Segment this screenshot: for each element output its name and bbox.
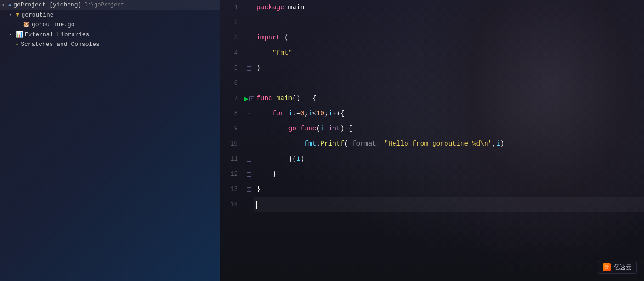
sidebar-tree: ▾ ◈ goProject [yicheng] D:\goProject ▾ ▼…	[0, 0, 220, 49]
code-line-9: go func(i int) {	[254, 121, 644, 136]
code-line-10: fmt.Printf( format: "Hello from goroutin…	[254, 136, 644, 152]
ln-5: 5	[224, 61, 238, 76]
fold-line-4	[249, 45, 249, 61]
ln-8: 8	[224, 106, 238, 121]
editor-gutter: - - ▶ - - -	[243, 0, 254, 281]
project-path: D:\goProject	[84, 2, 124, 8]
ln-11: 11	[224, 152, 238, 167]
fmt-10: fmt	[304, 136, 316, 152]
fold-line-10	[249, 136, 249, 152]
var-i-8: i	[288, 106, 293, 121]
scratches-icon: ✏	[16, 41, 19, 48]
sidebar-item-project[interactable]: ▾ ◈ goProject [yicheng] D:\goProject	[0, 0, 220, 10]
space-10	[380, 136, 384, 152]
sidebar-item-scratches[interactable]: ✏ Scratches and Consoles	[0, 39, 220, 49]
go-file-icon: 🐹	[23, 21, 30, 28]
sidebar-item-goroutine-file[interactable]: 🐹 goroutine.go	[0, 20, 220, 29]
ln-6: 6	[224, 76, 238, 91]
code-line-14[interactable]	[254, 197, 644, 212]
code-line-13: }	[254, 182, 644, 197]
printf-10: Printf	[320, 136, 344, 152]
space-8	[284, 106, 288, 121]
gutter-10	[243, 136, 254, 152]
ln-14: 14	[224, 197, 238, 212]
fmt-string: "fmt"	[272, 45, 293, 61]
gutter-9[interactable]: -	[243, 121, 254, 136]
scratches-label: Scratches and Consoles	[21, 41, 100, 48]
ln-13: 13	[224, 182, 238, 197]
folder-icon: ▼	[16, 11, 19, 18]
code-line-8: for i:=0;i<10;i++{	[254, 106, 644, 121]
assign-8: :=	[292, 106, 300, 121]
code-line-7: func main() {	[254, 91, 644, 106]
semi-1: ;	[304, 106, 308, 121]
var-i-cond: i	[308, 106, 312, 121]
indent-11	[256, 152, 288, 167]
ext-lib-icon: 📊	[16, 31, 23, 38]
gutter-4	[243, 45, 254, 61]
fold-line-9	[249, 121, 249, 136]
code-editor[interactable]: 1 2 3 4 5 6 7 8 9 10 11 12 13 14 -	[220, 0, 644, 281]
gutter-12[interactable]: -	[243, 167, 254, 182]
gutter-3[interactable]: -	[243, 30, 254, 45]
gutter-8[interactable]: -	[243, 106, 254, 121]
fold-main[interactable]: -	[249, 96, 254, 101]
goroutine-folder-arrow: ▾	[9, 12, 16, 17]
func9-close: ) {	[340, 121, 352, 136]
code-line-6	[254, 76, 644, 91]
format-string: "Hello from goroutine %d\n"	[384, 136, 492, 152]
code-line-5: )	[254, 61, 644, 76]
code-content[interactable]: package main import ( "fmt" ) func main(…	[254, 0, 644, 281]
func9-open: (	[316, 121, 321, 136]
gutter-7[interactable]: ▶ -	[243, 91, 254, 106]
logo-text: 亿速云	[614, 263, 632, 271]
space-9	[296, 121, 300, 136]
fold-import-close[interactable]: -	[247, 66, 251, 71]
fold-line-12	[249, 174, 249, 182]
run-button[interactable]: ▶	[244, 94, 249, 103]
sidebar-item-goroutine-folder[interactable]: ▾ ▼ goroutine	[0, 10, 220, 20]
code-line-1: package main	[254, 0, 644, 15]
ln-7: 7	[224, 91, 238, 106]
num-0: 0	[300, 106, 305, 121]
param-i: i	[320, 121, 324, 136]
line-numbers: 1 2 3 4 5 6 7 8 9 10 11 12 13 14	[220, 0, 243, 281]
close-func-11: }(	[288, 152, 296, 167]
fold-line-11	[249, 152, 249, 167]
ln-1: 1	[224, 0, 238, 15]
gutter-2	[243, 15, 254, 30]
dot-10: .	[316, 136, 321, 152]
var-i-inc: i	[328, 106, 333, 121]
external-libraries-label: External Libraries	[25, 31, 89, 38]
gutter-13[interactable]: -	[243, 182, 254, 197]
sidebar-item-external-libraries[interactable]: ▸ 📊 External Libraries	[0, 29, 220, 39]
kw-go: go	[288, 121, 296, 136]
code-line-4: "fmt"	[254, 45, 644, 61]
project-icon: ◈	[8, 1, 11, 8]
ln-10: 10	[224, 136, 238, 152]
fold-import[interactable]: -	[247, 36, 251, 40]
gutter-1	[243, 0, 254, 15]
close-paren-5: )	[256, 61, 260, 76]
project-label: goProject [yicheng]	[13, 1, 81, 8]
kw-import: import	[256, 30, 280, 45]
fold-main-close[interactable]: -	[247, 187, 251, 192]
close-for-12: }	[272, 167, 277, 182]
gutter-5[interactable]: -	[243, 61, 254, 76]
close-call-11: )	[300, 152, 305, 167]
gutter-11[interactable]: -	[243, 152, 254, 167]
gutter-6	[243, 76, 254, 91]
space-int	[324, 121, 328, 136]
ln-4: 4	[224, 45, 238, 61]
type-int: int	[328, 121, 340, 136]
cursor-14	[256, 201, 257, 209]
indent-9	[256, 121, 288, 136]
var-i-10: i	[496, 136, 500, 152]
goroutine-file-label: goroutine.go	[32, 21, 75, 28]
ln-12: 12	[224, 167, 238, 182]
kw-func-9: func	[300, 121, 316, 136]
func-brace: {	[312, 91, 316, 106]
fold-line-8b	[249, 106, 249, 114]
var-i-11: i	[296, 152, 300, 167]
code-line-2	[254, 15, 644, 30]
